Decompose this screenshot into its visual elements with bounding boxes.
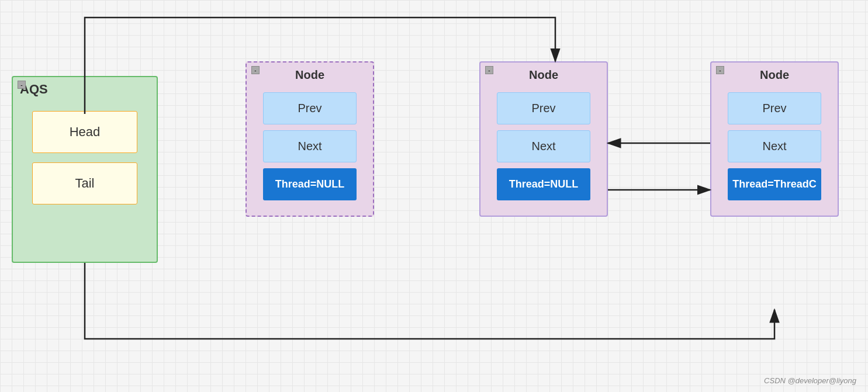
node1-minimize-icon[interactable]: - <box>251 66 260 74</box>
node3-thread-field: Thread=ThreadC <box>728 168 821 200</box>
node1-thread-field: Thread=NULL <box>263 168 357 200</box>
aqs-title: AQS <box>13 77 157 102</box>
aqs-tail-field: Tail <box>32 162 137 204</box>
node1-next-field: Next <box>263 130 357 162</box>
node3-minimize-icon[interactable]: - <box>716 66 724 74</box>
aqs-minimize-icon[interactable]: - <box>18 81 26 89</box>
node3-box: - Node Prev Next Thread=ThreadC <box>710 61 839 217</box>
node2-prev-field: Prev <box>497 92 590 124</box>
aqs-head-field: Head <box>32 111 137 153</box>
node2-box: - Node Prev Next Thread=NULL <box>479 61 608 217</box>
node2-thread-field: Thread=NULL <box>497 168 590 200</box>
node3-prev-field: Prev <box>728 92 821 124</box>
node1-box: - Node Prev Next Thread=NULL <box>245 61 374 217</box>
tail-to-node3-arrow <box>85 263 774 339</box>
node1-title: Node <box>247 63 373 86</box>
node2-minimize-icon[interactable]: - <box>485 66 493 74</box>
node2-next-field: Next <box>497 130 590 162</box>
node2-title: Node <box>480 63 607 86</box>
node3-title: Node <box>711 63 838 86</box>
node1-prev-field: Prev <box>263 92 357 124</box>
aqs-box: - AQS Head Tail <box>12 76 158 263</box>
diagram-container: - AQS Head Tail - Node Prev Next Thread=… <box>0 0 868 392</box>
node3-next-field: Next <box>728 130 821 162</box>
watermark: CSDN @developer@liyong <box>764 376 856 385</box>
